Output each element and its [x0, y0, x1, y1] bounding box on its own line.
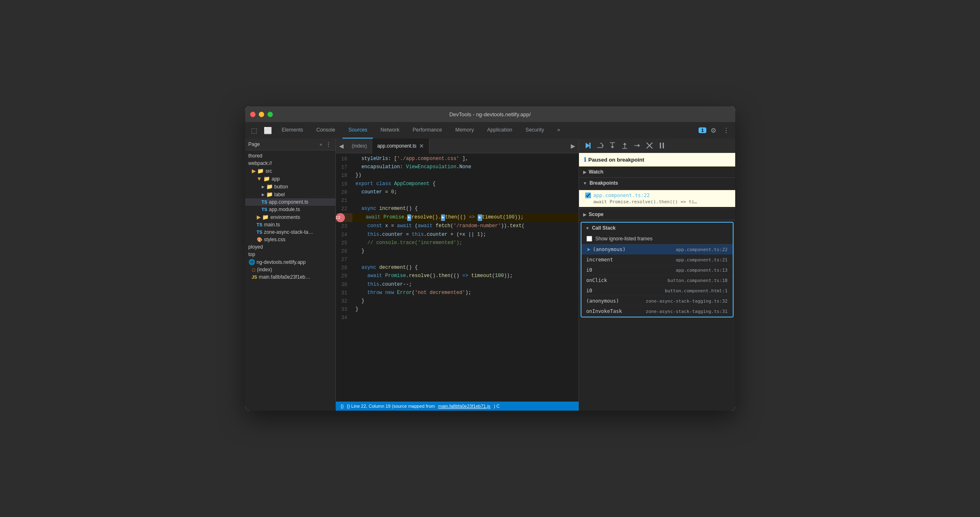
stack-frame-1[interactable]: increment app.component.ts:21: [581, 255, 733, 265]
code-line-35: 34: [336, 314, 579, 322]
list-item[interactable]: ployed: [245, 243, 335, 251]
breakpoint-item-header: app.component.ts:22: [585, 193, 730, 198]
code-line-27: 26 }: [336, 247, 579, 256]
typescript-file-icon: TS: [257, 230, 263, 235]
breakpoints-section-header[interactable]: ▼ Breakpoints: [579, 178, 735, 188]
info-icon: ℹ: [584, 156, 586, 163]
tab-network[interactable]: Network: [375, 122, 405, 139]
more-options-icon[interactable]: ⋮: [720, 125, 732, 136]
list-item[interactable]: TS main.ts: [245, 221, 335, 228]
code-editor[interactable]: 16 styleUrls: ['./app.component.css' ], …: [336, 153, 579, 402]
svg-marker-8: [623, 143, 626, 145]
list-item[interactable]: ▶ 📁 environments: [245, 213, 335, 221]
call-stack-label: Call Stack: [592, 225, 615, 231]
breakpoint-filename: app.component.ts:22: [593, 193, 650, 198]
list-item[interactable]: ◻ (index): [245, 266, 335, 273]
close-button[interactable]: [250, 112, 256, 117]
minimize-button[interactable]: [259, 112, 264, 117]
sidebar-more-button[interactable]: »: [319, 142, 323, 147]
sidebar-options-button[interactable]: ⋮: [325, 141, 332, 148]
frame-name: i0: [586, 288, 665, 294]
list-item[interactable]: ▶ 📁 label: [245, 190, 335, 198]
chevron-down-icon: ▼: [583, 181, 587, 186]
code-line-21: 21: [336, 197, 579, 205]
sidebar-page-label: Page: [249, 141, 317, 147]
list-item[interactable]: TS app.component.ts: [245, 198, 335, 206]
scope-section: ▶ Scope: [579, 209, 735, 220]
step-into-button[interactable]: [607, 141, 618, 150]
list-item[interactable]: 🎨 styles.css: [245, 236, 335, 243]
scope-section-header[interactable]: ▶ Scope: [579, 209, 735, 220]
source-map-link[interactable]: main.fa8bfa0e23f1eb71.js: [438, 404, 490, 409]
folder-icon: ▶ 📁: [257, 214, 269, 220]
globe-icon: 🌐: [249, 259, 255, 265]
list-item[interactable]: top: [245, 251, 335, 258]
tab-console[interactable]: Console: [311, 122, 341, 139]
svg-rect-14: [660, 143, 661, 148]
settings-icon[interactable]: ⚙: [708, 125, 719, 136]
tab-sources[interactable]: Sources: [342, 122, 373, 139]
list-item[interactable]: JS main.fa8bfa0e23f1eb…: [245, 273, 335, 281]
frame-location: zone-async-stack-tagging.ts:31: [646, 309, 728, 314]
stack-frame-2[interactable]: i0 app.component.ts:13: [581, 265, 733, 275]
tab-elements[interactable]: Elements: [276, 122, 309, 139]
stack-frame-5[interactable]: (anonymous) zone-async-stack-tagging.ts:…: [581, 296, 733, 306]
ignore-frames-row: Show ignore-listed frames: [581, 233, 733, 244]
more-tabs-button[interactable]: »: [551, 122, 566, 139]
svg-rect-15: [663, 143, 664, 148]
list-item[interactable]: ▼ 📁 app: [245, 175, 335, 183]
call-stack-header[interactable]: ▼ Call Stack: [581, 223, 733, 233]
step-out-button[interactable]: [619, 141, 630, 150]
stack-frame-3[interactable]: onClick button.component.ts:18: [581, 275, 733, 286]
tab-memory[interactable]: Memory: [450, 122, 480, 139]
tab-security[interactable]: Security: [520, 122, 550, 139]
code-line-34: 33 }: [336, 306, 579, 314]
item-label: label: [274, 192, 285, 197]
stack-frame-4[interactable]: i0 button.component.html:1: [581, 286, 733, 296]
inspect-icon[interactable]: ⬜: [261, 125, 274, 136]
close-tab-icon[interactable]: ✕: [419, 143, 424, 149]
list-item[interactable]: TS zone-async-stack-ta…: [245, 228, 335, 236]
code-line-19: 19 export class AppComponent {: [336, 180, 579, 188]
list-item[interactable]: ▶ 📁 button: [245, 183, 335, 190]
list-item[interactable]: TS app.module.ts: [245, 206, 335, 213]
tab-application[interactable]: Application: [481, 122, 518, 139]
code-line-24: 23 const x = await (await fetch('/random…: [336, 222, 579, 230]
ignore-frames-label: Show ignore-listed frames: [596, 236, 653, 242]
item-label: top: [249, 251, 256, 257]
list-item[interactable]: thored: [245, 152, 335, 160]
editor-tab-component[interactable]: app.component.ts ✕: [372, 139, 429, 153]
code-line-30: 29 await Promise.resolve().then(() => ti…: [336, 272, 579, 280]
step-button[interactable]: [632, 141, 642, 150]
forward-button[interactable]: ▶: [567, 141, 579, 151]
editor-tab-index[interactable]: (index): [347, 139, 373, 153]
chevron-right-icon: ▶: [262, 193, 265, 197]
watch-section-header[interactable]: ▶ Watch: [579, 167, 735, 177]
frame-location: app.component.ts:22: [676, 247, 728, 252]
stack-frame-6[interactable]: onInvokeTask zone-async-stack-tagging.ts…: [581, 306, 733, 317]
back-button[interactable]: ◀: [336, 141, 347, 151]
item-label: main.ts: [264, 222, 280, 228]
list-item[interactable]: 🌐 ng-devtools.netlify.app: [245, 258, 335, 266]
resume-button[interactable]: [582, 141, 593, 150]
step-over-button[interactable]: [595, 141, 605, 150]
window-title: DevTools - ng-devtools.netlify.app/: [449, 111, 531, 118]
traffic-lights: [250, 112, 273, 117]
list-item[interactable]: webpack://: [245, 160, 335, 167]
deactivate-breakpoints-button[interactable]: [644, 141, 655, 150]
cursor-icon[interactable]: ⬚: [249, 125, 260, 136]
tab-performance[interactable]: Performance: [407, 122, 448, 139]
maximize-button[interactable]: [267, 112, 273, 117]
list-item[interactable]: ▶ 📁 src: [245, 167, 335, 175]
show-ignore-checkbox[interactable]: [586, 236, 592, 242]
paused-text: Paused on breakpoint: [588, 157, 645, 163]
code-line-16: 16 styleUrls: ['./app.component.css' ],: [336, 155, 579, 163]
chevron-down-icon: ▼: [586, 226, 590, 230]
debug-panel: ℹ Paused on breakpoint ▶ Watch ▼ Breakpo…: [579, 139, 735, 411]
folder-icon: 📁: [266, 183, 273, 190]
item-label: src: [265, 168, 272, 174]
pause-on-exceptions-button[interactable]: [656, 141, 667, 150]
svg-marker-0: [586, 143, 590, 148]
stack-frame-0[interactable]: ➤ (anonymous) app.component.ts:22: [581, 244, 733, 255]
breakpoint-checkbox[interactable]: [585, 193, 591, 198]
